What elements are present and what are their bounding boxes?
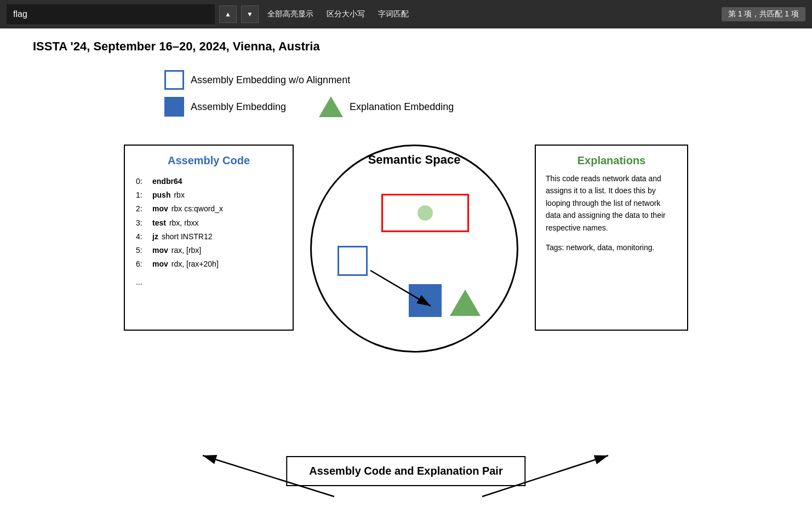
code-op-2: rbx cs:qword_x [171, 202, 223, 216]
code-line-5: 5: mov rax, [rbx] [136, 244, 282, 257]
code-num-1: 1: [136, 188, 149, 202]
green-dot-icon [418, 205, 433, 221]
code-line-0: 0: endbr64 [136, 175, 282, 188]
code-instr-0: endbr64 [152, 175, 182, 188]
code-op-6: rdx, [rax+20h] [171, 257, 219, 271]
code-instr-1: push [152, 188, 170, 202]
code-op-3: rbx, rbxx [169, 216, 199, 230]
code-instr-6: mov [152, 257, 168, 271]
blue-filled-square-inner [409, 284, 442, 317]
search-result-count: 第 1 项，共匹配 1 项 [722, 7, 805, 21]
code-num-3: 3: [136, 216, 149, 230]
explanations-body: This code reads network data and assigns… [546, 172, 677, 234]
diagram-area: Assembly Code 0: endbr64 1: push rbx 2: … [33, 134, 779, 358]
code-num-6: 6: [136, 257, 149, 271]
semantic-space-wrapper: Semantic Space [305, 139, 524, 358]
assembly-code-content: 0: endbr64 1: push rbx 2: mov rbx cs:qwo… [136, 175, 282, 290]
code-op-1: rbx [174, 188, 184, 202]
red-highlighted-box [381, 194, 469, 232]
search-input[interactable] [7, 4, 215, 24]
search-next-button[interactable]: ▼ [241, 5, 259, 23]
assembly-code-title: Assembly Code [136, 154, 282, 167]
explanations-box: Explanations This code reads network dat… [535, 145, 688, 331]
main-content: ISSTA '24, September 16–20, 2024, Vienna… [0, 28, 812, 519]
code-op-4: short INSTR12 [162, 230, 213, 244]
code-ellipsis: ... [136, 275, 149, 289]
code-line-1: 1: push rbx [136, 188, 282, 202]
legend-row-2: Assembly Embedding Explanation Embedding [164, 96, 779, 117]
outline-square-icon [164, 70, 184, 90]
search-bar: ▲ ▼ 全部高亮显示 区分大小写 字词匹配 第 1 项，共匹配 1 项 [0, 0, 812, 28]
whole-word-option[interactable]: 字词匹配 [374, 7, 413, 21]
bottom-label-box: Assembly Code and Explanation Pair [286, 456, 525, 486]
code-num-4: 4: [136, 230, 149, 244]
explanations-tags: Tags: network, data, monitoring. [546, 241, 677, 253]
semantic-space-label: Semantic Space [368, 153, 461, 167]
code-num-0: 0: [136, 175, 149, 188]
code-instr-2: mov [152, 202, 168, 216]
search-prev-button[interactable]: ▲ [219, 5, 237, 23]
code-num-5: 5: [136, 244, 149, 257]
triangle-icon [319, 96, 343, 117]
code-instr-5: mov [152, 244, 168, 257]
legend-label-triangle: Explanation Embedding [350, 101, 454, 113]
code-line-4: 4: jz short INSTR12 [136, 230, 282, 244]
legend-label-filled: Assembly Embedding [191, 101, 286, 113]
highlight-all-option[interactable]: 全部高亮显示 [263, 7, 318, 21]
blue-outline-square-inner [338, 246, 368, 276]
code-line-2: 2: mov rbx cs:qword_x [136, 202, 282, 216]
page-title: ISSTA '24, September 16–20, 2024, Vienna… [33, 39, 779, 54]
code-op-5: rax, [rbx] [171, 244, 201, 257]
code-line-6: 6: mov rdx, [rax+20h] [136, 257, 282, 271]
legend-item-filled: Assembly Embedding [164, 97, 286, 117]
assembly-code-box: Assembly Code 0: endbr64 1: push rbx 2: … [124, 145, 294, 331]
bottom-label-area: Assembly Code and Explanation Pair [286, 456, 525, 486]
green-triangle-inner [450, 290, 481, 316]
code-instr-3: test [152, 216, 166, 230]
code-instr-4: jz [152, 230, 158, 244]
filled-square-icon [164, 97, 184, 117]
legend-item-triangle: Explanation Embedding [319, 96, 454, 117]
legend-row-1: Assembly Embedding w/o Alignment [164, 70, 779, 90]
code-num-2: 2: [136, 202, 149, 216]
legend-item-outline: Assembly Embedding w/o Alignment [164, 70, 350, 90]
legend: Assembly Embedding w/o Alignment Assembl… [33, 70, 779, 117]
code-line-3: 3: test rbx, rbxx [136, 216, 282, 230]
code-line-dots: ... [136, 275, 282, 289]
explanations-title: Explanations [546, 154, 677, 167]
case-sensitive-option[interactable]: 区分大小写 [322, 7, 369, 21]
legend-label-outline: Assembly Embedding w/o Alignment [191, 74, 350, 86]
